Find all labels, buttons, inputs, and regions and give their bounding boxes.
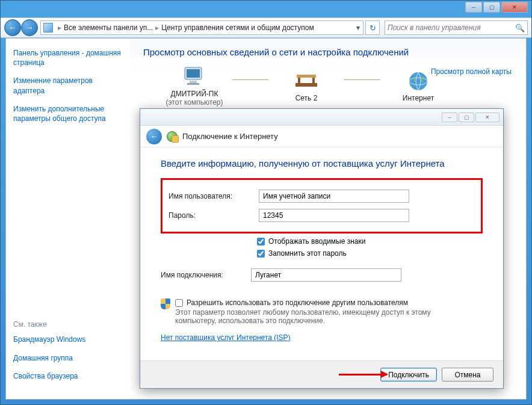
connection-name-input[interactable]	[251, 268, 401, 282]
dialog-title: Подключение к Интернету	[182, 132, 278, 141]
dialog-minimize-button[interactable]: ─	[442, 113, 457, 122]
svg-rect-3	[187, 83, 199, 85]
remember-password-label: Запомнить этот пароль	[268, 249, 347, 258]
svg-rect-1	[187, 69, 200, 78]
dialog-close-button[interactable]: ✕	[475, 113, 500, 122]
node-name: Сеть 2	[295, 94, 318, 102]
svg-rect-6	[312, 77, 315, 83]
close-button[interactable]: ✕	[501, 2, 528, 13]
breadcrumb-part-2[interactable]: Центр управления сетями и общим доступом	[161, 23, 314, 32]
net-line	[344, 79, 380, 80]
allow-others-description: Этот параметр позволяет любому пользоват…	[175, 308, 452, 325]
see-also-heading: См. также	[13, 320, 123, 329]
search-box[interactable]: 🔍	[385, 20, 528, 35]
maximize-button[interactable]: ▢	[483, 2, 500, 13]
connection-name-label: Имя подключения:	[161, 271, 251, 279]
search-icon: 🔍	[515, 23, 525, 32]
allow-others-checkbox[interactable]	[175, 299, 183, 307]
password-input[interactable]	[259, 209, 409, 222]
chevron-right-icon: ▸	[58, 23, 61, 32]
cancel-button[interactable]: Отмена	[442, 368, 493, 382]
globe-icon	[406, 70, 431, 93]
full-map-link[interactable]: Просмотр полной карты	[431, 67, 512, 76]
page-title: Просмотр основных сведений о сети и наст…	[143, 47, 513, 57]
nav-toolbar: ← → ▸ Все элементы панели уп... ▸ Центр …	[1, 17, 531, 38]
search-input[interactable]	[388, 23, 515, 32]
shield-icon	[161, 298, 170, 309]
node-this-pc: ДМИТРИЙ-ПК (этот компьютер)	[161, 66, 227, 107]
sidebar-adapter-link[interactable]: Изменение параметров адаптера	[13, 76, 123, 95]
breadcrumb-part-1[interactable]: Все элементы панели уп...	[64, 23, 153, 32]
network-icon	[294, 70, 319, 93]
connect-button[interactable]: Подключить	[380, 368, 437, 382]
node-sub: (этот компьютер)	[166, 98, 223, 107]
allow-others-label: Разрешить использовать это подключение д…	[187, 298, 408, 307]
svg-rect-5	[298, 77, 300, 83]
svg-rect-7	[297, 75, 316, 78]
dialog-footer: Подключить Отмена	[140, 360, 503, 388]
net-line	[232, 79, 268, 80]
svg-rect-4	[295, 83, 317, 87]
minimize-button[interactable]: ─	[465, 2, 482, 13]
sidebar-homegroup-link[interactable]: Домашняя группа	[13, 353, 123, 363]
connection-dialog: ─ ▢ ✕ ← Подключение к Интернету Введите …	[140, 108, 504, 389]
back-button[interactable]: ←	[4, 19, 21, 36]
sidebar-home-link[interactable]: Панель управления - домашняя страница	[13, 48, 123, 67]
svg-point-8	[409, 72, 427, 90]
sidebar-firewall-link[interactable]: Брандмауэр Windows	[13, 335, 123, 344]
control-panel-icon	[43, 23, 53, 32]
forward-button[interactable]: →	[21, 19, 38, 36]
node-network: Сеть 2	[273, 70, 339, 102]
username-input[interactable]	[259, 190, 409, 203]
remember-password-checkbox[interactable]	[257, 250, 265, 258]
dialog-maximize-button[interactable]: ▢	[459, 113, 474, 122]
no-isp-link[interactable]: Нет поставщика услуг Интернета (ISP)	[161, 333, 291, 342]
show-chars-label: Отображать вводимые знаки	[268, 237, 365, 246]
dialog-heading: Введите информацию, полученную от постав…	[161, 158, 483, 168]
computer-icon	[182, 66, 207, 88]
svg-rect-2	[190, 81, 197, 83]
dialog-body: Введите информацию, полученную от постав…	[140, 147, 503, 360]
dialog-title-bar: ─ ▢ ✕	[140, 109, 503, 126]
sidebar-browser-link[interactable]: Свойства браузера	[13, 371, 123, 381]
dialog-back-button[interactable]: ←	[146, 129, 162, 144]
sidebar: Панель управления - домашняя страница Из…	[6, 39, 130, 399]
password-label: Пароль:	[169, 211, 259, 220]
breadcrumb[interactable]: ▸ Все элементы панели уп... ▸ Центр упра…	[40, 20, 363, 35]
chevron-right-icon: ▸	[155, 23, 159, 32]
annotation-arrow	[339, 374, 387, 376]
refresh-button[interactable]: ↻	[365, 20, 380, 35]
title-bar: ─ ▢ ✕	[1, 1, 531, 17]
node-name: Интернет	[403, 94, 434, 102]
username-label: Имя пользователя:	[169, 192, 259, 200]
show-chars-checkbox[interactable]	[257, 238, 265, 246]
credentials-highlight: Имя пользователя: Пароль:	[161, 178, 483, 233]
sidebar-sharing-link[interactable]: Изменить дополнительные параметры общего…	[13, 104, 123, 123]
node-name: ДМИТРИЙ-ПК	[171, 90, 218, 98]
internet-connection-icon	[167, 131, 178, 142]
dialog-header: ← Подключение к Интернету	[140, 126, 503, 147]
breadcrumb-dropdown[interactable]: ▾	[353, 23, 363, 32]
